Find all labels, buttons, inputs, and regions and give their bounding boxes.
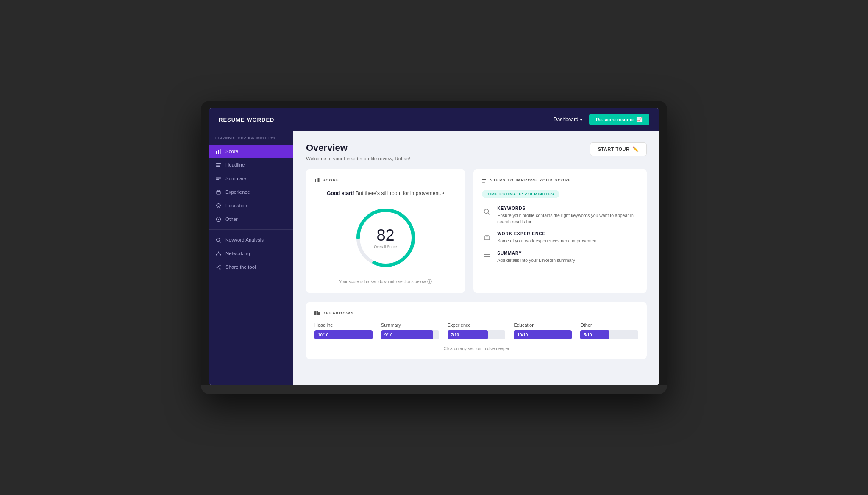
breakdown-bar-education: 10/10 — [514, 330, 572, 339]
sidebar-item-share[interactable]: Share the tool — [209, 260, 293, 274]
score-label: Overall Score — [374, 245, 397, 249]
svg-rect-10 — [217, 190, 220, 192]
score-center: 82 Overall Score — [374, 227, 397, 249]
overview-subtitle: Welcome to your LinkedIn profile review,… — [306, 156, 411, 161]
svg-rect-41 — [484, 259, 488, 259]
sidebar-item-experience[interactable]: Experience — [209, 185, 293, 199]
time-estimate-badge: TIME ESTIMATE: <18 MINUTES — [482, 190, 559, 198]
svg-rect-8 — [216, 179, 219, 180]
search-icon — [482, 207, 492, 217]
svg-line-36 — [488, 213, 490, 215]
sidebar-item-label: Share the tool — [225, 264, 256, 270]
svg-point-21 — [219, 265, 220, 266]
breakdown-section-summary[interactable]: Summary 9/10 — [381, 323, 439, 339]
steps-card: STEPS TO IMPROVE YOUR SCORE TIME ESTIMAT… — [473, 169, 647, 293]
breakdown-bar-summary: 9/10 — [381, 330, 439, 339]
breakdown-sections: Headline 10/10 Summary — [314, 323, 638, 339]
headline-icon — [215, 162, 221, 168]
list-icon — [482, 252, 492, 262]
svg-rect-33 — [482, 181, 486, 181]
rescore-button[interactable]: Re-score resume 📈 — [589, 114, 649, 125]
cards-row: SCORE Good start! But there's still room… — [306, 169, 647, 293]
svg-point-18 — [220, 254, 221, 255]
svg-rect-32 — [482, 179, 486, 180]
svg-rect-1 — [218, 150, 219, 154]
svg-point-23 — [216, 267, 217, 268]
svg-line-15 — [219, 241, 221, 242]
sidebar-item-other[interactable]: Other — [209, 212, 293, 226]
breakdown-bar-headline: 10/10 — [314, 330, 373, 339]
breakdown-label-summary: Summary — [381, 323, 439, 328]
score-message: Good start! But there's still room for i… — [314, 189, 456, 197]
other-icon — [215, 216, 221, 222]
sidebar-item-summary[interactable]: Summary — [209, 172, 293, 185]
sidebar-subtitle: LINKEDIN REVIEW RESULTS — [209, 131, 293, 145]
svg-rect-6 — [216, 177, 221, 178]
step-keywords-title: KEYWORDS — [497, 206, 638, 211]
breakdown-section-experience[interactable]: Experience 7/10 — [448, 323, 506, 339]
breakdown-section-education[interactable]: Education 10/10 — [514, 323, 572, 339]
share-icon — [215, 264, 221, 270]
svg-rect-28 — [318, 178, 320, 182]
breakdown-hint-text: Click on any section to dive deeper — [314, 346, 638, 351]
breakdown-fill-experience: 7/10 — [448, 330, 488, 339]
svg-rect-3 — [216, 163, 221, 164]
svg-rect-27 — [317, 178, 318, 182]
breakdown-fill-education: 10/10 — [514, 330, 572, 339]
svg-line-20 — [218, 253, 220, 254]
breakdown-label-experience: Experience — [448, 323, 506, 328]
sidebar-item-education[interactable]: Education — [209, 199, 293, 212]
tour-icon: ✏️ — [632, 146, 639, 152]
sidebar-divider — [209, 229, 293, 230]
svg-rect-34 — [482, 182, 485, 183]
page-title: Overview — [306, 142, 411, 153]
svg-line-19 — [217, 253, 219, 254]
info-icon: ⓘ — [427, 278, 432, 285]
step-summary-desc: Add details into your LinkedIn summary — [497, 257, 575, 264]
svg-rect-37 — [484, 236, 490, 240]
svg-line-24 — [217, 266, 219, 267]
breakdown-icon — [314, 310, 320, 316]
breakdown-card-title: BREAKDOWN — [314, 310, 638, 316]
step-keywords-content: KEYWORDS Ensure your profile contains th… — [497, 206, 638, 225]
step-work-content: WORK EXPERIENCE Some of your work experi… — [497, 231, 598, 244]
breakdown-label-education: Education — [514, 323, 572, 328]
sidebar-item-label: Networking — [225, 251, 250, 256]
breakdown-bar-other: 5/10 — [580, 330, 638, 339]
steps-card-title: STEPS TO IMPROVE YOUR SCORE — [482, 177, 638, 183]
sidebar-item-networking[interactable]: Networking — [209, 247, 293, 260]
app-layout: LINKEDIN REVIEW RESULTS Score — [209, 131, 659, 385]
main-content: Overview Welcome to your LinkedIn profil… — [293, 131, 659, 385]
app-logo: RESUME WORDED — [219, 117, 274, 123]
chevron-down-icon — [580, 117, 582, 122]
education-icon — [215, 203, 221, 209]
sidebar: LINKEDIN REVIEW RESULTS Score — [209, 131, 293, 385]
svg-rect-39 — [484, 254, 490, 255]
svg-rect-7 — [216, 178, 221, 179]
svg-rect-0 — [216, 151, 217, 154]
start-tour-button[interactable]: START TOUR ✏️ — [590, 142, 647, 156]
breakdown-fill-summary: 9/10 — [381, 330, 433, 339]
svg-rect-43 — [317, 311, 318, 315]
svg-point-16 — [218, 251, 219, 253]
svg-point-17 — [216, 254, 217, 255]
sidebar-item-headline[interactable]: Headline — [209, 158, 293, 172]
sidebar-item-keyword-analysis[interactable]: Keyword Analysis — [209, 233, 293, 247]
score-circle: 82 Overall Score — [352, 204, 420, 272]
breakdown-section-headline[interactable]: Headline 10/10 — [314, 323, 373, 339]
dashboard-menu[interactable]: Dashboard — [554, 117, 582, 122]
sidebar-item-label: Education — [225, 203, 247, 208]
svg-rect-40 — [484, 256, 490, 257]
step-item-keywords: KEYWORDS Ensure your profile contains th… — [482, 206, 638, 225]
svg-rect-5 — [216, 166, 220, 167]
breakdown-section-other[interactable]: Other 5/10 — [580, 323, 638, 339]
breakdown-card: BREAKDOWN Headline 10/10 — [306, 302, 647, 359]
briefcase-icon — [482, 232, 492, 242]
chart-icon: 📈 — [636, 117, 643, 122]
sidebar-item-label: Headline — [225, 162, 245, 167]
overview-text: Overview Welcome to your LinkedIn profil… — [306, 142, 411, 161]
step-item-summary: SUMMARY Add details into your LinkedIn s… — [482, 251, 638, 264]
breakdown-fill-other: 5/10 — [580, 330, 609, 339]
sidebar-item-score[interactable]: Score — [209, 145, 293, 158]
sidebar-item-label: Score — [225, 149, 238, 154]
